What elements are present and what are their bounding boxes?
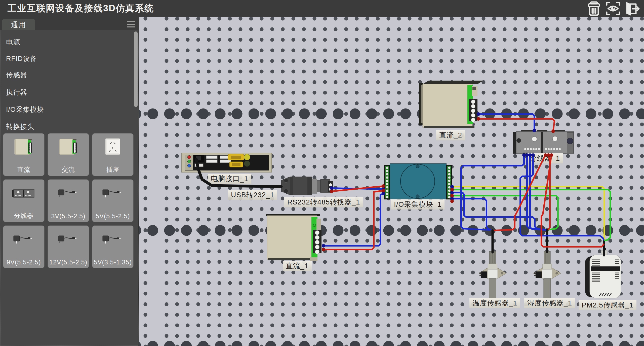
sidebar-item-power[interactable]: 电源 bbox=[0, 34, 137, 50]
power-adapter-thumbnail bbox=[99, 183, 127, 206]
tile-adapter-12v[interactable]: 12V(5.5-2.5) bbox=[48, 225, 89, 268]
device-dc-2[interactable] bbox=[419, 81, 484, 128]
splitter-thumbnail bbox=[10, 183, 38, 206]
delete-icon bbox=[586, 1, 602, 16]
preview-button[interactable] bbox=[605, 1, 621, 16]
tile-label: 12V(5.5-2.5) bbox=[48, 259, 89, 266]
tile-socket[interactable]: 插座 bbox=[92, 133, 134, 176]
exit-button[interactable] bbox=[624, 1, 640, 16]
app-title: 工业互联网设备及接线3D仿真系统 bbox=[8, 0, 154, 17]
tile-dc[interactable]: 直流 bbox=[3, 133, 45, 176]
power-adapter-thumbnail bbox=[10, 229, 38, 252]
delete-button[interactable] bbox=[586, 1, 602, 16]
tile-label: 3V(5.5-2.5) bbox=[48, 213, 89, 220]
power-adapter-thumbnail bbox=[55, 229, 82, 252]
title-bar: 工业互联网设备及接线3D仿真系统 bbox=[0, 0, 644, 17]
device-pm25-sensor[interactable] bbox=[585, 248, 621, 298]
component-panel: 通用 电源 RFID设备 传感器 执行器 I/O采集模块 转换接头 直流 bbox=[0, 17, 139, 346]
device-label: I/O采集模块_1 bbox=[391, 199, 445, 210]
tile-label: 直流 bbox=[3, 165, 44, 174]
tile-label: 5V(5.5-2.5) bbox=[92, 213, 133, 220]
sidebar-item-sensor[interactable]: 传感器 bbox=[0, 67, 137, 83]
device-label: PM2.5传感器_1 bbox=[579, 300, 636, 310]
device-label: 分线器_1 bbox=[527, 153, 563, 163]
sidebar-scrollbar[interactable] bbox=[134, 31, 138, 107]
tile-adapter-9v[interactable]: 9V(5.5-2.5) bbox=[3, 225, 45, 268]
tile-label: 交流 bbox=[48, 165, 89, 174]
sidebar-item-actuator[interactable]: 执行器 bbox=[0, 84, 137, 100]
preview-icon bbox=[605, 1, 621, 16]
panel-header: 通用 bbox=[0, 17, 139, 30]
sidebar-item-io[interactable]: I/O采集模块 bbox=[0, 101, 137, 118]
device-io-module[interactable] bbox=[384, 164, 452, 199]
tile-ac[interactable]: 交流 bbox=[48, 133, 89, 176]
device-label: RS232转485转换器_1 bbox=[284, 197, 363, 207]
tile-label: 9V(5.5-2.5) bbox=[3, 259, 44, 266]
device-pc-port[interactable] bbox=[182, 153, 272, 172]
device-humidity-sensor[interactable] bbox=[533, 251, 561, 300]
device-dc-1[interactable] bbox=[266, 214, 321, 261]
tile-adapter-3v[interactable]: 3V(5.5-2.5) bbox=[48, 179, 89, 222]
power-adapter-thumbnail bbox=[99, 229, 127, 252]
ac-module-thumbnail bbox=[55, 137, 82, 160]
tile-label: 5V(3.5-1.35) bbox=[92, 259, 133, 266]
power-adapter-thumbnail bbox=[55, 183, 82, 206]
device-rs232-485[interactable] bbox=[281, 177, 333, 195]
device-label: USB转232_1 bbox=[228, 190, 277, 200]
tile-label: 分线器 bbox=[3, 212, 44, 220]
tile-label: 插座 bbox=[92, 165, 133, 174]
titlebar-actions bbox=[586, 1, 640, 17]
sidebar-item-rfid[interactable]: RFID设备 bbox=[0, 51, 137, 67]
tile-adapter-5v-135[interactable]: 5V(3.5-1.35) bbox=[92, 225, 134, 268]
socket-thumbnail bbox=[99, 137, 127, 160]
tab-general[interactable]: 通用 bbox=[2, 19, 35, 30]
device-splitter-1[interactable] bbox=[513, 130, 574, 155]
dc-module-thumbnail bbox=[10, 137, 38, 160]
device-label: 直流_1 bbox=[283, 261, 312, 271]
sidebar-item-adapter[interactable]: 转换接头 bbox=[0, 119, 137, 135]
device-label: 直流_2 bbox=[436, 130, 465, 140]
tile-splitter[interactable]: 分线器 bbox=[3, 179, 45, 222]
menu-icon[interactable] bbox=[127, 21, 135, 27]
device-label: 湿度传感器_1 bbox=[524, 298, 575, 308]
exit-icon bbox=[624, 1, 640, 16]
device-label: 电脑接口_1 bbox=[208, 174, 251, 184]
tile-adapter-5v[interactable]: 5V(5.5-2.5) bbox=[92, 179, 134, 222]
device-label: 温度传感器_1 bbox=[469, 298, 520, 308]
device-temp-sensor[interactable] bbox=[479, 251, 506, 300]
